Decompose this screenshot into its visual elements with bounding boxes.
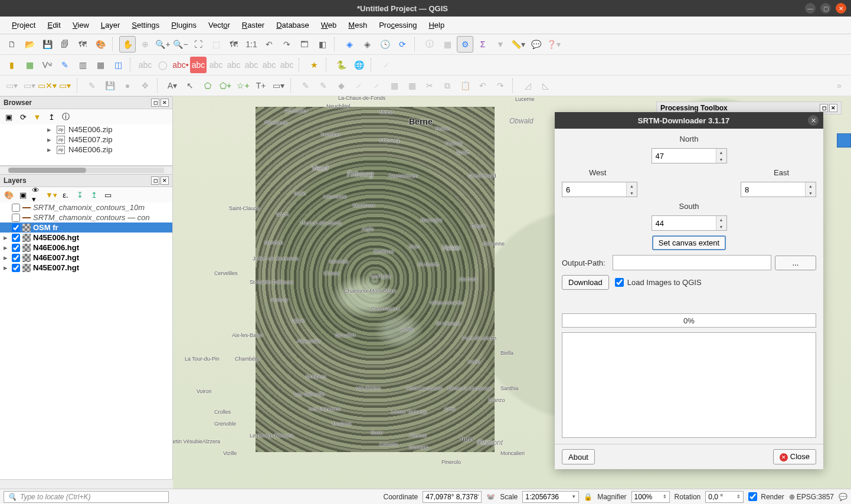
zoom-full-icon[interactable]: ⛶ — [190, 36, 207, 53]
layers-expression-icon[interactable]: ε. — [60, 189, 71, 200]
set-canvas-extent-button[interactable]: Set canvas extent — [652, 235, 726, 250]
label-show-icon[interactable]: abc — [279, 57, 295, 73]
menu-mesh[interactable]: Mesh — [343, 18, 372, 32]
menu-project[interactable]: Project — [7, 18, 40, 32]
cad2-icon[interactable]: ◺ — [537, 77, 554, 94]
label-move-icon[interactable]: abc — [208, 57, 224, 73]
layer-row[interactable]: ▸N46E007.hgt — [0, 253, 172, 263]
srtm-titlebar[interactable]: SRTM-Downloader 3.1.17 ✕ — [555, 112, 823, 129]
scale-field[interactable]: ▼ — [522, 491, 579, 503]
zoom-in-icon[interactable]: 🔍+ — [155, 36, 171, 53]
browser-close[interactable]: ✕ — [161, 99, 169, 107]
menu-plugins[interactable]: Plugins — [166, 18, 201, 32]
about-button[interactable]: About — [562, 449, 595, 464]
layer-row[interactable]: SRTM_chamonix_contours — con — [0, 212, 172, 222]
locator-input[interactable]: 🔍Type to locate (Ctrl+K) — [4, 491, 169, 503]
window-maximize[interactable]: ▢ — [820, 3, 831, 14]
spin-down[interactable]: ▼ — [716, 156, 726, 163]
layer-visibility-checkbox[interactable] — [12, 234, 20, 242]
annotation-polygon-icon[interactable]: ⬠ — [199, 77, 216, 94]
menu-vector[interactable]: Vector — [204, 18, 235, 32]
pan-icon[interactable]: ✋ — [119, 36, 136, 53]
layer-visibility-checkbox[interactable] — [12, 254, 20, 262]
window-minimize[interactable]: — — [805, 3, 816, 14]
layer-row[interactable]: OSM fr — [0, 222, 172, 233]
vertex-icon[interactable]: ◆ — [333, 77, 349, 94]
copy-icon[interactable]: ⧉ — [439, 77, 456, 94]
browser-item[interactable]: ▸zipN45E006.zip — [0, 125, 172, 135]
deselect-icon[interactable]: ▭✕▾ — [39, 77, 55, 94]
zoom-last-icon[interactable]: ↶ — [261, 36, 277, 53]
save-as-icon[interactable]: 🗐 — [57, 36, 73, 53]
menu-help[interactable]: Help — [424, 18, 449, 32]
label-rotate-icon[interactable]: abc — [225, 57, 242, 73]
annotation-layer-icon[interactable]: A▾ — [164, 77, 181, 94]
layers-close[interactable]: ✕ — [161, 176, 169, 185]
layers-style-icon[interactable]: 🎨 — [4, 189, 14, 200]
layer-row[interactable]: ▸N46E006.hgt — [0, 243, 172, 253]
layers-expand-icon[interactable]: ↧ — [74, 189, 85, 200]
annotation-line-icon[interactable]: ⬠+ — [217, 77, 234, 94]
layer-visibility-checkbox[interactable] — [12, 214, 20, 222]
layer-row[interactable]: SRTM_chamonix_contours_10m — [0, 202, 172, 212]
new-map-view-icon[interactable]: 🗔 — [296, 36, 313, 53]
render-checkbox[interactable]: Render — [748, 492, 784, 501]
north-input[interactable] — [652, 149, 716, 163]
browser-filter-icon[interactable]: ▼ — [32, 112, 42, 122]
pan-to-selection-icon[interactable]: ⊕ — [137, 36, 153, 53]
menu-raster[interactable]: Raster — [237, 18, 269, 32]
messages-icon[interactable]: 💬 — [839, 493, 847, 501]
menu-web[interactable]: Web — [316, 18, 342, 32]
attributes-icon[interactable]: ▦ — [439, 36, 456, 53]
add-feature-icon[interactable]: ● — [119, 77, 136, 94]
window-close[interactable]: ✕ — [836, 3, 846, 14]
cut-icon[interactable]: ✂ — [421, 77, 438, 94]
measure-icon[interactable]: ▼ — [492, 36, 509, 53]
layer-visibility-checkbox[interactable] — [12, 264, 20, 272]
python-icon[interactable]: 🐍 — [333, 57, 349, 73]
browser-item[interactable]: ▸zipN46E006.zip — [0, 145, 172, 155]
menu-layer[interactable]: Layer — [96, 18, 125, 32]
annotation-text-icon[interactable]: T+ — [253, 77, 269, 94]
layer-visibility-checkbox[interactable] — [12, 224, 20, 232]
select-icon[interactable]: ▭▾ — [4, 77, 20, 94]
move-feature-icon[interactable]: ✥ — [137, 77, 153, 94]
browser-item[interactable]: ▸zipN45E007.zip — [0, 135, 172, 145]
browser-tree[interactable]: ▸zipN45E006.zip ▸zipN45E007.zip ▸zipN46E… — [0, 125, 172, 166]
add-raster-icon[interactable]: ▦ — [21, 57, 38, 73]
zoom-selection-icon[interactable]: ⬚ — [208, 36, 224, 53]
east-input[interactable] — [741, 182, 805, 197]
select-all-icon[interactable]: ▭▾ — [57, 77, 73, 94]
menu-database[interactable]: Database — [271, 18, 314, 32]
processing-undock[interactable]: ◻ — [820, 104, 828, 112]
annotation-form-icon[interactable]: ▭▾ — [270, 77, 287, 94]
lock-icon[interactable]: 🔒 — [584, 493, 593, 501]
bookmark-icon[interactable]: ◈ — [341, 36, 358, 53]
south-spinbox[interactable]: ▲▼ — [652, 215, 727, 231]
reshape-icon[interactable]: ⟋ — [351, 77, 367, 94]
magnifier-field[interactable]: ⇕ — [631, 491, 670, 503]
layers-visibility-icon[interactable]: 👁▾ — [32, 189, 42, 200]
browser-add-icon[interactable]: ▣ — [4, 112, 14, 122]
layer-row[interactable]: ▸N45E006.hgt — [0, 233, 172, 243]
edit-toggle-icon[interactable]: ✎ — [84, 77, 100, 94]
layers-remove-icon[interactable]: ▭ — [103, 189, 113, 200]
overflow-icon[interactable]: » — [831, 77, 847, 94]
coord-field[interactable] — [423, 491, 482, 503]
star-icon[interactable]: ★ — [306, 57, 322, 73]
snap-icon[interactable]: ⟋ — [378, 57, 394, 73]
west-spinbox[interactable]: ▲▼ — [562, 182, 637, 197]
open-project-icon[interactable]: 📂 — [21, 36, 38, 53]
menu-settings[interactable]: Settings — [127, 18, 164, 32]
zoom-layer-icon[interactable]: 🗺 — [225, 36, 242, 53]
browser-hscroll[interactable] — [0, 166, 172, 174]
main-hscroll[interactable] — [0, 479, 173, 489]
zoom-native-icon[interactable]: 1:1 — [243, 36, 260, 53]
split-icon[interactable]: ⟋ — [368, 77, 385, 94]
temporal-icon[interactable]: 🕓 — [377, 36, 393, 53]
redo-icon[interactable]: ↷ — [492, 77, 509, 94]
rotation-field[interactable]: ⇕ — [705, 491, 744, 503]
layout-icon[interactable]: 🗺 — [74, 36, 91, 53]
new-3d-view-icon[interactable]: ◧ — [314, 36, 330, 53]
sinned-sidebar-tab[interactable] — [837, 133, 851, 148]
